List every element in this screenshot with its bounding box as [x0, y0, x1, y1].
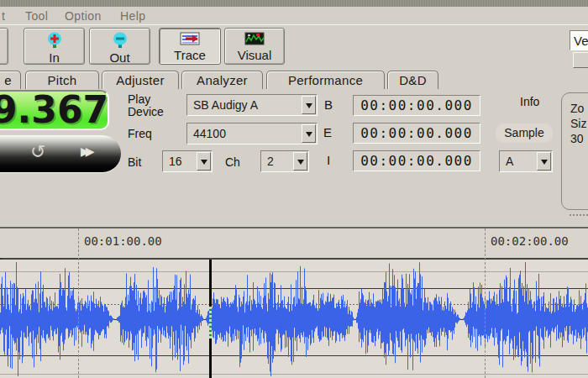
- side-panel-line: Siz: [570, 116, 588, 131]
- freq-select[interactable]: 44100: [186, 123, 318, 144]
- play-device-label-line2: Device: [128, 106, 164, 118]
- version-box[interactable]: Ve: [570, 30, 588, 50]
- zoom-out-icon: [113, 32, 128, 51]
- info-label: Info: [520, 96, 539, 108]
- ch-dropdown-button[interactable]: [293, 152, 307, 171]
- play-device-value: SB Audigy A: [187, 95, 301, 115]
- play-device-dropdown-button[interactable]: [302, 96, 316, 114]
- indicator-label: I: [327, 155, 330, 166]
- tab-pitch[interactable]: Pitch: [25, 71, 99, 89]
- zoom-in-icon: [47, 32, 62, 51]
- playback-cursor-marker: [209, 307, 212, 339]
- trace-label: Trace: [174, 49, 206, 61]
- end-time-field[interactable]: 00:00:00.000: [353, 123, 480, 144]
- chevron-down-icon: [201, 160, 207, 168]
- visual-label: Visual: [238, 49, 272, 61]
- tab-performance[interactable]: Performance: [266, 71, 385, 89]
- version-spin-button[interactable]: [573, 52, 588, 68]
- menu-item-help[interactable]: Help: [120, 9, 145, 23]
- zoom-out-label: Out: [109, 51, 129, 64]
- trace-icon: [180, 32, 200, 48]
- lcd-time-display: 9.367: [0, 90, 109, 130]
- toolbar-divider: [0, 24, 588, 25]
- sample-button[interactable]: Sample: [496, 123, 553, 143]
- freq-value: 44100: [187, 123, 301, 144]
- toolbar-button-partial[interactable]: [0, 28, 8, 65]
- freq-label: Freq: [128, 128, 152, 139]
- end-label: E: [323, 127, 332, 139]
- chevron-down-icon: [306, 103, 312, 112]
- zoom-in-label: In: [49, 51, 60, 64]
- loop-icon[interactable]: ↺: [30, 141, 45, 163]
- a-dropdown-button[interactable]: [537, 152, 551, 171]
- chevron-down-icon: [297, 160, 304, 168]
- zoom-size-panel: Zo Siz 30: [561, 92, 588, 210]
- timeline-mark-2: 00:02:00.00: [491, 234, 569, 248]
- chevron-down-icon: [306, 132, 312, 140]
- play-device-select[interactable]: SB Audigy A: [186, 94, 318, 116]
- a-select[interactable]: A: [499, 150, 553, 172]
- panel-edge-stub: [570, 214, 588, 216]
- tab-partial[interactable]: e: [0, 71, 21, 89]
- side-panel-line: 30: [570, 131, 588, 146]
- chevron-down-icon: [541, 160, 548, 168]
- play-device-label-line1: Play: [128, 93, 150, 105]
- begin-time-field[interactable]: 00:00:00.000: [353, 95, 480, 116]
- freq-dropdown-button[interactable]: [302, 124, 316, 143]
- ch-select[interactable]: 2: [260, 150, 309, 172]
- menu-item-tool[interactable]: Tool: [25, 9, 48, 23]
- side-panel-line: Zo: [570, 101, 588, 116]
- menu-bar: t Tool Option Help: [0, 7, 588, 24]
- transport-bar: ↺ ▶▶: [0, 135, 121, 172]
- fast-forward-icon[interactable]: ▶▶: [81, 144, 91, 158]
- timeline-guide-1: [78, 228, 79, 378]
- bit-value: 16: [163, 151, 196, 171]
- timeline-mark-1: 00:01:00.00: [84, 234, 162, 248]
- bit-dropdown-button[interactable]: [197, 152, 211, 171]
- tab-analyzer[interactable]: Analyzer: [181, 71, 263, 89]
- visual-icon: [244, 32, 265, 48]
- bit-label: Bit: [128, 156, 141, 168]
- bit-select[interactable]: 16: [162, 150, 213, 172]
- indicator-time-field[interactable]: 00:00:00.000: [353, 150, 480, 171]
- ch-label: Ch: [225, 156, 240, 168]
- waveform-canvas[interactable]: [0, 260, 588, 378]
- zoom-out-button[interactable]: Out: [89, 28, 150, 65]
- timeline-ruler[interactable]: 00:01:00.00 00:02:00.00: [0, 227, 588, 258]
- tab-adjuster[interactable]: Adjuster: [102, 71, 179, 89]
- begin-label: B: [324, 99, 333, 111]
- zoom-in-button[interactable]: In: [24, 28, 85, 65]
- visual-button[interactable]: Visual: [224, 28, 285, 65]
- trace-button[interactable]: Trace: [159, 28, 221, 65]
- ch-value: 2: [261, 151, 292, 171]
- tab-dnd[interactable]: D&D: [387, 71, 438, 89]
- a-value: A: [500, 151, 536, 171]
- menu-item-partial[interactable]: t: [2, 9, 5, 23]
- titlebar-strip: [0, 0, 588, 7]
- timeline-guide-2: [485, 228, 486, 378]
- menu-item-option[interactable]: Option: [65, 9, 102, 23]
